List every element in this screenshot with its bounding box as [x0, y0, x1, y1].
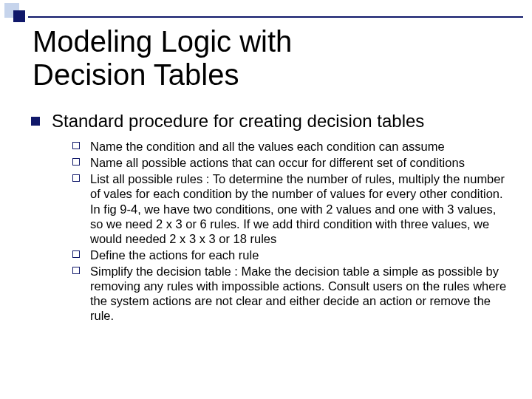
slide: Modeling Logic with Decision Tables Stan…: [0, 0, 532, 399]
accent-square-dark: [13, 10, 25, 22]
slide-title: Modeling Logic with Decision Tables: [33, 25, 510, 92]
hollow-square-bullet-icon: [72, 174, 80, 182]
hollow-square-bullet-icon: [72, 267, 80, 274]
level1-text: Standard procedure for creating decision…: [52, 111, 424, 132]
hollow-square-bullet-icon: [72, 142, 80, 149]
level2-text: Name the condition and all the values ea…: [90, 139, 508, 154]
title-line-2: Decision Tables: [33, 58, 239, 91]
bullet-level2: List all possible rules : To determine t…: [72, 171, 508, 246]
bullet-level2: Name all possible actions that can occur…: [72, 155, 508, 170]
hollow-square-bullet-icon: [72, 158, 80, 166]
level2-text: Simplify the decision table : Make the d…: [90, 264, 508, 324]
title-line-1: Modeling Logic with: [33, 25, 292, 58]
level2-text: Name all possible actions that can occur…: [90, 155, 508, 170]
level2-text: List all possible rules : To determine t…: [90, 171, 508, 246]
level2-text: Define the actions for each rule: [90, 248, 508, 262]
header-decoration: [0, 0, 532, 22]
bullet-level2: Simplify the decision table : Make the d…: [72, 264, 508, 324]
sub-bullet-list: Name the condition and all the values ea…: [72, 139, 508, 324]
bullet-level1: Standard procedure for creating decision…: [31, 111, 511, 132]
slide-body: Standard procedure for creating decision…: [31, 111, 511, 325]
header-rule: [28, 16, 523, 18]
bullet-level2: Define the actions for each rule: [72, 248, 508, 262]
hollow-square-bullet-icon: [72, 250, 80, 258]
bullet-level2: Name the condition and all the values ea…: [72, 139, 508, 154]
square-bullet-icon: [31, 117, 40, 126]
